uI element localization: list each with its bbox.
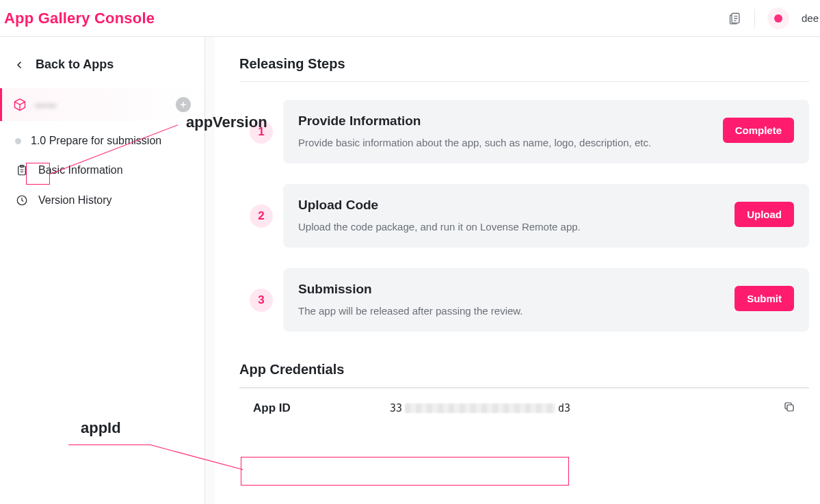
brand-title: App Gallery Console	[4, 10, 155, 27]
releasing-title: Releasing Steps	[239, 56, 809, 72]
header: App Gallery Console dee	[0, 0, 820, 37]
avatar-dot-icon	[774, 14, 782, 23]
version-label: 1.0 Prepare for submission	[31, 135, 161, 147]
basic-info-label: Basic Information	[38, 164, 123, 176]
app-id-row: App ID 33 d3	[239, 388, 809, 428]
app-id-prefix: 33	[390, 402, 402, 414]
step-title: Provide Information	[298, 114, 651, 129]
sidebar-item-basic-info[interactable]: Basic Information	[0, 155, 204, 185]
step-number: 1	[250, 120, 273, 144]
clock-icon	[15, 194, 29, 207]
username: dee	[802, 12, 819, 24]
clipboard-icon	[15, 163, 29, 177]
copy-icon[interactable]	[783, 401, 795, 416]
credentials-title: App Credentials	[239, 362, 809, 377]
sidebar-item-version-history[interactable]: Version History	[0, 185, 204, 215]
step-title: Submission	[298, 282, 523, 297]
step-desc: The app will be released after passing t…	[298, 304, 523, 318]
cube-icon	[13, 98, 27, 111]
avatar[interactable]	[767, 8, 789, 29]
sidebar: Back to Apps —— 1.0 Prepare for submissi…	[0, 37, 205, 504]
chevron-left-icon	[12, 58, 26, 72]
step-number: 3	[250, 289, 273, 312]
sidebar-app-row[interactable]: ——	[0, 88, 204, 121]
step-desc: Upload the code package, and run it on L…	[298, 220, 581, 234]
docs-icon[interactable]	[728, 12, 742, 25]
add-version-button[interactable]	[176, 97, 191, 112]
app-id-suffix: d3	[558, 402, 570, 414]
main: Releasing Steps 1 Provide Information Pr…	[215, 37, 820, 504]
upload-button[interactable]: Upload	[735, 202, 794, 227]
svg-rect-4	[787, 405, 793, 411]
back-label: Back to Apps	[36, 57, 114, 72]
submit-button[interactable]: Submit	[735, 286, 794, 311]
step-title: Upload Code	[298, 198, 581, 213]
sidebar-item-version[interactable]: 1.0 Prepare for submission	[0, 121, 204, 155]
header-divider	[754, 9, 755, 28]
status-dot-icon	[15, 138, 21, 144]
step-2: 2 Upload Code Upload the code package, a…	[239, 184, 809, 248]
app-id-value: 33 d3	[390, 402, 763, 414]
credentials-section: App Credentials App ID 33 d3	[239, 362, 809, 428]
back-to-apps[interactable]: Back to Apps	[0, 49, 204, 88]
app-id-label: App ID	[253, 401, 369, 415]
step-number: 2	[250, 204, 273, 228]
app-id-masked	[405, 403, 555, 413]
step-3: 3 Submission The app will be released af…	[239, 268, 809, 332]
step-1: 1 Provide Information Provide basic info…	[239, 100, 809, 163]
app-name-masked: ——	[35, 99, 57, 111]
complete-button[interactable]: Complete	[723, 118, 794, 143]
version-history-label: Version History	[38, 194, 112, 207]
divider	[239, 81, 809, 82]
step-desc: Provide basic information about the app,…	[298, 135, 651, 150]
header-right: dee	[728, 8, 819, 29]
